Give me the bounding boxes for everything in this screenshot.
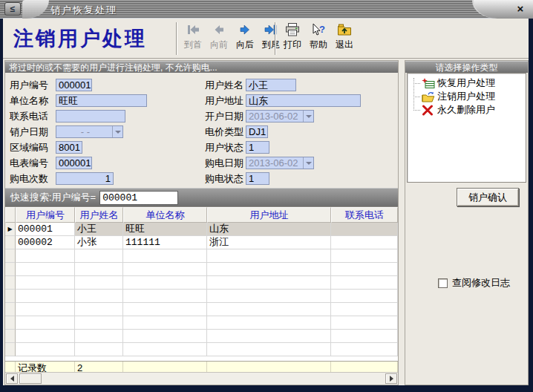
field-购电日期: 2013-06-02 <box>246 157 314 169</box>
field-购电次数[interactable]: 1 <box>56 172 114 185</box>
nav-button-prev: 向前 <box>208 22 230 56</box>
field-联系电话[interactable] <box>56 110 125 122</box>
table-empty-row <box>5 343 398 356</box>
table-row[interactable]: ▶000001小王旺旺山东 <box>5 223 398 236</box>
field-label: 联系电话 <box>10 110 56 123</box>
row-selector <box>5 236 16 249</box>
field-用户姓名[interactable]: 小王 <box>246 79 296 91</box>
scroll-thumb[interactable] <box>19 373 42 384</box>
table-empty-row <box>5 276 398 290</box>
dropdown-button[interactable] <box>112 126 122 137</box>
action-button-group: 打印?帮助退出 <box>281 22 356 56</box>
row-selector <box>5 343 16 356</box>
table-cell <box>75 303 123 316</box>
h-scrollbar[interactable] <box>5 372 398 385</box>
table-header-row: 用户编号用户姓名单位名称用户地址联系电话 <box>5 207 398 223</box>
field-label: 销户日期 <box>10 125 56 139</box>
field-开户日期: 2013-06-02 <box>246 110 314 122</box>
nav-button-last[interactable]: 到尾 <box>260 22 282 56</box>
table-cell: 小张 <box>75 236 123 249</box>
table-cell: 山东 <box>207 223 331 236</box>
row-selector <box>5 290 16 303</box>
form-row-right-6: 购电状态1 <box>205 171 361 186</box>
table-cell <box>207 316 331 330</box>
field-电表编号[interactable]: 000001 <box>56 157 92 169</box>
table-cell <box>75 263 123 276</box>
scroll-left-button[interactable] <box>6 373 18 384</box>
column-header-用户姓名[interactable]: 用户姓名 <box>75 207 123 223</box>
titlebar[interactable]: ≤ 销户恢复处理 × <box>0 0 533 19</box>
exit-button[interactable]: 退出 <box>333 22 356 56</box>
dropdown-button[interactable] <box>303 111 313 122</box>
operation-tree: 恢复用户处理注销用户处理永久删除用户 <box>407 73 526 183</box>
column-header-用户编号[interactable]: 用户编号 <box>16 207 75 223</box>
field-label: 用户状态 <box>205 141 246 154</box>
nav-button-label: 到首 <box>184 39 202 50</box>
table-cell <box>207 330 331 343</box>
delete-user-icon <box>422 105 436 116</box>
last-icon <box>263 22 279 37</box>
field-label: 电表编号 <box>10 157 56 170</box>
form-row-left-3: 销户日期- - <box>10 124 147 140</box>
table-cell <box>123 316 207 330</box>
field-label: 购电日期 <box>205 157 246 170</box>
table-cell <box>16 249 75 263</box>
table-empty-row <box>5 303 398 316</box>
prev-icon <box>211 22 227 37</box>
table-cell: 小王 <box>75 223 123 236</box>
table-cell <box>16 330 75 343</box>
field-label: 电价类型 <box>205 125 246 139</box>
table-row[interactable]: 000002小张111111浙江 <box>5 236 398 249</box>
dropdown-button[interactable] <box>303 157 313 169</box>
table-cell <box>207 303 331 316</box>
form-row-left-1: 单位名称旺旺 <box>10 93 147 108</box>
help-button[interactable]: ?帮助 <box>307 22 330 56</box>
confirm-button[interactable]: 销户确认 <box>457 188 519 206</box>
tree-item-cancel-user[interactable]: 注销用户处理 <box>408 90 526 103</box>
field-label: 单位名称 <box>10 94 56 108</box>
tree-item-label: 注销用户处理 <box>437 90 495 103</box>
field-label: 用户编号 <box>10 79 56 92</box>
log-checkbox[interactable]: 查阅修改日志 <box>438 276 510 290</box>
toolbar-separator <box>275 22 276 55</box>
column-header-联系电话[interactable]: 联系电话 <box>331 207 398 223</box>
field-用户地址[interactable]: 山东 <box>246 94 361 107</box>
main-panel: 将过时的或不需要的用户进行注销处理, 不允许购电... 用户编号000001单位… <box>4 60 399 385</box>
table-cell <box>75 343 123 356</box>
table-cell <box>75 330 123 343</box>
operation-panel-header: 请选择操作类型 <box>405 61 528 73</box>
table-cell <box>207 276 331 290</box>
nav-button-group: 到首向前向后到尾 <box>182 22 282 56</box>
column-header-用户地址[interactable]: 用户地址 <box>207 207 331 223</box>
field-购电状态[interactable]: 1 <box>246 172 269 185</box>
field-用户编号[interactable]: 000001 <box>56 79 92 91</box>
column-header-单位名称[interactable]: 单位名称 <box>123 207 207 223</box>
tree-item-delete-user[interactable]: 永久删除用户 <box>408 103 526 117</box>
table-cell: 浙江 <box>207 236 331 249</box>
nav-button-label: 到尾 <box>262 39 280 50</box>
field-电价类型[interactable]: DJ1 <box>246 125 268 138</box>
table-cell <box>16 290 75 303</box>
nav-button-next[interactable]: 向后 <box>234 22 256 56</box>
table-cell <box>331 290 398 303</box>
field-label: 购电次数 <box>10 172 56 186</box>
toolbar: 注销用户处理 到首向前向后到尾 打印?帮助退出 <box>3 19 529 59</box>
tree-item-restore-user[interactable]: 恢复用户处理 <box>408 76 526 90</box>
table-cell <box>16 343 75 356</box>
table-cell <box>75 249 123 263</box>
checkbox-box[interactable] <box>438 278 448 288</box>
field-区域编码[interactable]: 8001 <box>56 141 82 154</box>
print-button[interactable]: 打印 <box>281 22 304 56</box>
field-单位名称[interactable]: 旺旺 <box>56 94 147 107</box>
scroll-right-button[interactable] <box>385 373 397 384</box>
field-用户状态[interactable]: 1 <box>246 141 269 154</box>
search-input[interactable] <box>99 191 178 205</box>
table-cell <box>331 263 398 276</box>
close-icon[interactable]: × <box>514 3 526 15</box>
app-logo-icon: ≤ <box>4 2 21 16</box>
table-cell <box>331 343 398 356</box>
action-button-label: 打印 <box>284 39 301 50</box>
table-cell <box>75 276 123 290</box>
tree-item-label: 永久删除用户 <box>437 103 495 117</box>
table-cell <box>123 263 207 276</box>
